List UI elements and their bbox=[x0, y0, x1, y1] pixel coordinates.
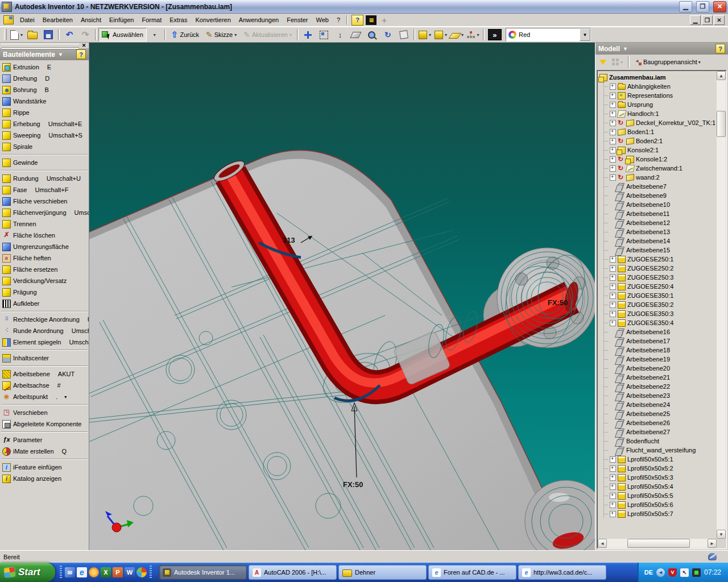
mirror-item[interactable]: Element spiegelnUmscha bbox=[0, 336, 89, 348]
close-button[interactable]: ✕ bbox=[713, 1, 726, 13]
zoom-button[interactable]: ↕ bbox=[332, 28, 348, 41]
menu-item-bearbeiten[interactable]: Bearbeiten bbox=[39, 15, 77, 25]
chamfer-item[interactable]: FaseUmschalt+F bbox=[0, 184, 89, 196]
tree-item-lprofil50x50x5-7[interactable]: Lprofil50x50x5:7 bbox=[604, 509, 717, 518]
expander-icon[interactable] bbox=[610, 120, 616, 126]
tree-item-arbeitsebene17[interactable]: Arbeitsebene17 bbox=[604, 336, 717, 346]
menu-item-ansicht[interactable]: Ansicht bbox=[77, 15, 105, 25]
studio-button[interactable]: » bbox=[486, 28, 503, 41]
model-panel-header[interactable]: Modell ▼ ? bbox=[595, 43, 728, 55]
scroll-right-icon[interactable]: ► bbox=[708, 539, 717, 548]
select-dropdown-button[interactable]: ▾ bbox=[147, 28, 163, 41]
imate-item[interactable]: iMate erstellenQ bbox=[0, 446, 89, 457]
tree-item-zugoese350-2[interactable]: ZUGOESE350:2 bbox=[604, 300, 717, 309]
tree-item-arbeitsebene26[interactable]: Arbeitsebene26 bbox=[604, 418, 717, 427]
tree-item-lprofil50x50x5-4[interactable]: Lprofil50x50x5:4 bbox=[604, 482, 717, 491]
visual-syllabus-icon[interactable]: ▦ bbox=[366, 15, 377, 25]
expander-icon[interactable] bbox=[610, 111, 616, 117]
face-draft-item[interactable]: FlächenverjüngungUmsc bbox=[0, 207, 89, 218]
scroll-left-icon[interactable]: ◄ bbox=[598, 539, 607, 548]
circular-pattern-item[interactable]: Runde AnordnungUmsch bbox=[0, 325, 89, 336]
chevron-down-icon[interactable]: ▾ bbox=[64, 394, 67, 400]
color-override-combo[interactable]: Red ▼ bbox=[506, 28, 591, 41]
3d-viewport[interactable]: 313 FX:50 FX:50 bbox=[89, 43, 595, 550]
tree-item-lprofil50x50x5-2[interactable]: Lprofil50x50x5:2 bbox=[604, 464, 717, 473]
revolve-item[interactable]: DrehungD bbox=[0, 73, 89, 84]
expander-icon[interactable] bbox=[610, 84, 616, 90]
work-plane-item[interactable]: ArbeitsebeneAKUT bbox=[0, 368, 89, 380]
toolbar-grip[interactable] bbox=[4, 29, 7, 40]
redo-button[interactable]: ↷ bbox=[77, 28, 93, 41]
panel-grip[interactable]: ✕ bbox=[0, 43, 89, 48]
move-face-item[interactable]: Fläche verschieben bbox=[0, 196, 89, 207]
expander-icon[interactable] bbox=[610, 275, 616, 281]
parameters-item[interactable]: Parameter bbox=[0, 434, 89, 446]
color-dropdown-button[interactable]: ▼ bbox=[580, 28, 590, 41]
taskbar-task-foren-auf-cad-de[interactable]: Foren auf CAD.de - ... bbox=[428, 565, 516, 580]
save-button[interactable] bbox=[40, 28, 56, 41]
expander-icon[interactable] bbox=[610, 502, 616, 508]
network-icon[interactable] bbox=[692, 568, 701, 577]
tree-item-zugoese250-3[interactable]: ZUGOESE250:3 bbox=[604, 273, 717, 282]
expander-icon[interactable] bbox=[610, 311, 616, 317]
quicklaunch-grip[interactable] bbox=[60, 566, 62, 579]
thicken-offset-item[interactable]: Verdickung/Versatz bbox=[0, 275, 89, 286]
decal-item[interactable]: Aufkleber bbox=[0, 298, 89, 309]
tree-item-arbeitsebene13[interactable]: Arbeitsebene13 bbox=[604, 227, 717, 236]
expander-icon[interactable] bbox=[610, 102, 616, 108]
tree-item-zugoese250-4[interactable]: ZUGOESE250:4 bbox=[604, 282, 717, 291]
panel-help-icon[interactable]: ? bbox=[76, 49, 86, 59]
menu-item-web[interactable]: Web bbox=[312, 15, 332, 25]
expander-icon[interactable] bbox=[610, 265, 616, 272]
scroll-up-icon[interactable]: ▲ bbox=[717, 71, 726, 80]
tree-item-bodenflucht[interactable]: Bodenflucht bbox=[604, 436, 717, 446]
tree-item-representations[interactable]: Representations bbox=[604, 91, 717, 100]
antivirus-shield-icon[interactable] bbox=[668, 568, 677, 577]
expander-icon[interactable] bbox=[610, 156, 616, 163]
orange-app-icon[interactable] bbox=[89, 567, 99, 577]
start-button[interactable]: Start bbox=[0, 563, 55, 582]
scroll-thumb[interactable] bbox=[717, 111, 726, 137]
menu-item-anwendungen[interactable]: Anwendungen bbox=[235, 15, 283, 25]
look-at-button[interactable] bbox=[348, 28, 364, 41]
split-item[interactable]: Trennen bbox=[0, 218, 89, 230]
expander-icon[interactable] bbox=[610, 456, 616, 463]
camera-mode-button[interactable]: ▾ bbox=[433, 28, 449, 41]
word-icon[interactable] bbox=[125, 567, 135, 577]
taskbar-task-dehner[interactable]: Dehner bbox=[338, 565, 427, 580]
expander-icon[interactable] bbox=[610, 284, 616, 290]
tree-item-lprofil50x50x5-3[interactable]: Lprofil50x50x5:3 bbox=[604, 473, 717, 482]
expander-icon[interactable] bbox=[610, 511, 616, 517]
rib-item[interactable]: Rippe bbox=[0, 107, 89, 118]
menu-item-fenster[interactable]: Fenster bbox=[283, 15, 312, 25]
tree-item-zugoese350-3[interactable]: ZUGOESE350:3 bbox=[604, 309, 717, 318]
stitch-surface-item[interactable]: Fläche heften bbox=[0, 252, 89, 264]
tree-item-lprofil50x50x5-5[interactable]: Lprofil50x50x5:5 bbox=[604, 491, 717, 500]
ifeature-item[interactable]: iFeature einfügen bbox=[0, 462, 89, 473]
taskbar-task-http-ww3-cad-de-c[interactable]: http://ww3.cad.de/c... bbox=[518, 565, 606, 580]
tree-horizontal-scrollbar[interactable]: ◄ ► bbox=[598, 539, 717, 548]
cursor-tool-icon[interactable] bbox=[680, 568, 689, 577]
work-point-item[interactable]: Arbeitspunkt.▾ bbox=[0, 391, 89, 402]
menu-item-datei[interactable]: Datei bbox=[16, 15, 39, 25]
derived-component-item[interactable]: Abgeleitete Komponente bbox=[0, 418, 89, 430]
scroll-thumb[interactable] bbox=[627, 539, 690, 548]
catalog-item[interactable]: Katalog anzeigen bbox=[0, 473, 89, 484]
tree-item-konsole1-2[interactable]: ↻Konsole1:2 bbox=[604, 155, 717, 164]
fillet-item[interactable]: RundungUmschalt+U bbox=[0, 173, 89, 184]
tree-item-arbeitsebene25[interactable]: Arbeitsebene25 bbox=[604, 409, 717, 418]
menu-item-konvertieren[interactable]: Konvertieren bbox=[191, 15, 234, 25]
thread-item[interactable]: Gewinde bbox=[0, 157, 89, 168]
new-file-button[interactable]: ▾ bbox=[9, 28, 24, 41]
scroll-down-icon[interactable]: ▼ bbox=[717, 530, 726, 539]
select-button[interactable]: Auswählen bbox=[98, 28, 147, 41]
features-panel-header[interactable]: Bauteilelemente ▼ ? bbox=[0, 48, 89, 60]
tree-item-arbeitsebene12[interactable]: Arbeitsebene12 bbox=[604, 218, 717, 227]
sweep-item[interactable]: SweepingUmschalt+S bbox=[0, 130, 89, 141]
powerpoint-icon[interactable] bbox=[113, 567, 123, 577]
menu-item-format[interactable]: Format bbox=[138, 15, 166, 25]
chevron-down-icon[interactable]: ▼ bbox=[58, 52, 63, 57]
help-topics-icon[interactable]: ? bbox=[351, 15, 363, 26]
expander-icon[interactable] bbox=[610, 93, 616, 99]
boundary-patch-item[interactable]: Umgrenzungsfläche bbox=[0, 241, 89, 252]
